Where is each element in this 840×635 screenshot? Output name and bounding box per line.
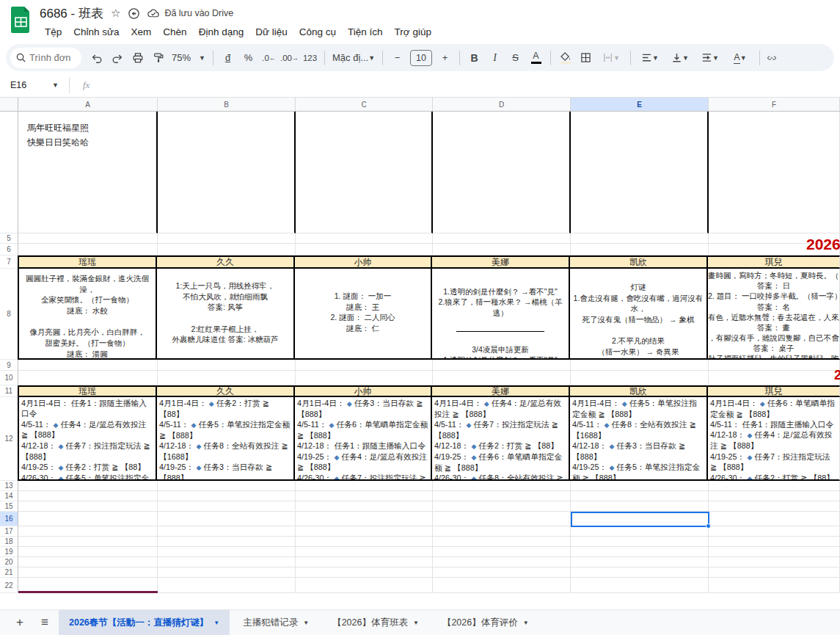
column-header-c[interactable]: C: [296, 98, 433, 111]
cell[interactable]: [571, 360, 709, 371]
cell[interactable]: [433, 244, 571, 255]
row-header-13[interactable]: 13: [0, 481, 18, 491]
cell-name-xiaoshuai[interactable]: 小帅: [295, 385, 432, 397]
cell-name-kaixin[interactable]: 凯欣: [570, 385, 708, 397]
cell[interactable]: [18, 244, 158, 255]
cell-riddle-qier[interactable]: 畫時圓，寫時方；冬時短，夏時長。（猜一 答案： 日 2. 題目： 一口咬掉多半截…: [708, 269, 840, 360]
cell[interactable]: [709, 501, 840, 512]
all-sheets-button[interactable]: ≡: [34, 612, 56, 634]
cell-name-xiaoshuai[interactable]: 小帅: [295, 255, 432, 269]
cell[interactable]: [296, 567, 433, 578]
star-icon[interactable]: ☆: [111, 7, 120, 20]
menus-search[interactable]: [10, 48, 81, 68]
cell[interactable]: [571, 112, 709, 233]
cell[interactable]: [433, 567, 571, 578]
cell[interactable]: [296, 512, 433, 526]
cell[interactable]: [571, 578, 709, 593]
cell[interactable]: [709, 526, 840, 537]
cell[interactable]: [158, 578, 296, 593]
cell[interactable]: [433, 360, 571, 371]
menu-tools[interactable]: Công cụ: [294, 25, 341, 39]
cell[interactable]: [296, 491, 433, 501]
cell[interactable]: [433, 491, 571, 501]
sheets-logo-icon[interactable]: [11, 7, 31, 33]
row-header-15[interactable]: 15: [0, 501, 18, 512]
cell[interactable]: [18, 360, 158, 371]
zoom-select[interactable]: 75% ▼: [169, 48, 208, 68]
menu-edit[interactable]: Chỉnh sửa: [68, 25, 124, 39]
undo-button[interactable]: [87, 48, 106, 68]
move-to-folder-icon[interactable]: [128, 7, 140, 20]
cell-name-yaoyao[interactable]: 瑶瑶: [18, 385, 157, 397]
cell[interactable]: [433, 481, 571, 491]
row-header-18[interactable]: 18: [0, 537, 18, 547]
row-header-14[interactable]: 14: [0, 491, 18, 501]
redo-button[interactable]: [107, 48, 127, 68]
cell-tasks-kaixin[interactable]: 4月1日-4日： ◆ 任务5：单笔投注指定金额 ≧ 【888】 4/5-11： …: [570, 397, 708, 481]
cell[interactable]: [571, 481, 709, 491]
row-header-19[interactable]: 19: [0, 547, 18, 557]
menu-format[interactable]: Định dạng: [194, 25, 249, 39]
menu-insert[interactable]: Chèn: [158, 25, 191, 39]
cell[interactable]: [433, 112, 571, 233]
cell[interactable]: [571, 567, 709, 578]
cell[interactable]: [571, 233, 709, 244]
cell[interactable]: [158, 481, 296, 491]
cell[interactable]: [158, 371, 296, 385]
cell[interactable]: [709, 481, 840, 491]
cell-riddle-yaoyao[interactable]: 圓圓肚子裡，裝滿金銀財，進火洗個澡， 全家笑開懷。（打一食物） 謎底： 水餃 像…: [18, 269, 157, 360]
cell-name-jiujiu[interactable]: 久久: [157, 255, 295, 269]
menu-extensions[interactable]: Tiện ích: [343, 25, 388, 39]
document-title[interactable]: 6686 - 班表: [40, 5, 103, 22]
cell-name-meina[interactable]: 美娜: [432, 255, 570, 269]
cell-riddle-xiaoshuai[interactable]: 1. 謎面： 一加一 謎底： 王 2. 謎面： 二人同心 謎底： 仁: [295, 269, 432, 360]
cell[interactable]: [158, 233, 296, 244]
print-button[interactable]: [128, 48, 147, 68]
format-percent-button[interactable]: %: [238, 48, 258, 68]
cell[interactable]: [296, 578, 433, 593]
cell[interactable]: [158, 491, 296, 501]
cell[interactable]: [296, 371, 433, 385]
row-header-22[interactable]: 22: [0, 578, 18, 593]
cell[interactable]: [158, 244, 296, 255]
cell[interactable]: [709, 112, 840, 233]
cell[interactable]: [296, 547, 433, 557]
cell[interactable]: [18, 557, 158, 567]
row-header-banner[interactable]: [0, 112, 18, 233]
paint-format-button[interactable]: [148, 48, 168, 68]
cell[interactable]: [709, 244, 840, 255]
cell[interactable]: [296, 481, 433, 491]
cell[interactable]: [571, 537, 709, 547]
cell[interactable]: [709, 567, 840, 578]
column-header-b[interactable]: B: [158, 98, 296, 111]
cell[interactable]: [709, 233, 840, 244]
cell[interactable]: [18, 481, 158, 491]
cell-name-yaoyao[interactable]: 瑶瑶: [18, 255, 157, 269]
sheet-tab-anchor-errors[interactable]: 主播犯错记录 ▼: [233, 610, 319, 635]
strikethrough-button[interactable]: S: [505, 48, 525, 68]
cell-tasks-jiujiu[interactable]: 4月1日-4日： ◆ 任务2：打赏 ≧ 【88】 4/5-11： ◆ 任务5：单…: [157, 397, 295, 481]
row-header-20[interactable]: 20: [0, 557, 18, 567]
cell-name-jiujiu[interactable]: 久久: [157, 385, 295, 397]
cell[interactable]: [709, 360, 840, 371]
cell-riddle-kaixin[interactable]: 灯谜 1.會走沒有腿，會吃沒有嘴，過河沒有水， 死了沒有鬼（猜一物品） → 象棋…: [570, 269, 708, 360]
more-formats-button[interactable]: 123: [300, 48, 320, 68]
increase-font-size-button[interactable]: +: [435, 48, 455, 68]
row-header-10[interactable]: 10: [0, 371, 18, 385]
cell[interactable]: [158, 360, 296, 371]
format-currency-button[interactable]: đ: [218, 48, 238, 68]
cell[interactable]: [709, 578, 840, 593]
cell[interactable]: [433, 501, 571, 512]
cell[interactable]: [296, 557, 433, 567]
borders-button[interactable]: [576, 48, 596, 68]
name-box[interactable]: E16 ▼: [0, 80, 65, 90]
cell[interactable]: [296, 526, 433, 537]
cell[interactable]: [433, 547, 571, 557]
font-size-input[interactable]: 10: [410, 50, 432, 66]
menu-view[interactable]: Xem: [126, 25, 157, 39]
cell-name-qier[interactable]: 琪兒: [708, 255, 840, 269]
cell[interactable]: [571, 526, 709, 537]
cell[interactable]: [709, 547, 840, 557]
cell[interactable]: [18, 512, 158, 526]
cell[interactable]: [709, 371, 840, 385]
